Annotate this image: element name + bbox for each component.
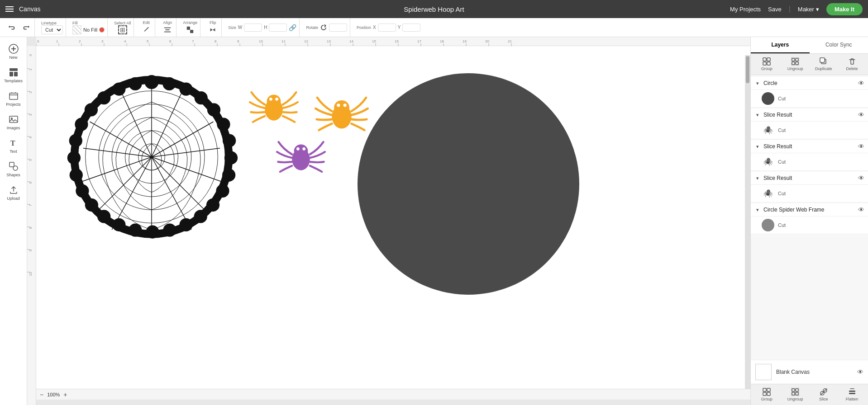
select-all-button[interactable]: ⊞ bbox=[118, 25, 127, 34]
vertical-scrollbar[interactable] bbox=[745, 55, 750, 391]
layer-item-slice1[interactable]: 🕷️ Cut bbox=[751, 122, 868, 139]
sidebar-item-projects[interactable]: Projects bbox=[2, 88, 25, 109]
visibility-icon-blank[interactable]: 👁 bbox=[857, 368, 863, 376]
expand-icon-slice1[interactable]: ▾ bbox=[754, 112, 761, 118]
svg-point-139 bbox=[294, 145, 308, 158]
fill-swatch[interactable] bbox=[72, 25, 81, 34]
y-input[interactable] bbox=[402, 24, 420, 32]
blank-canvas-row[interactable]: Blank Canvas 👁 bbox=[751, 360, 868, 384]
svg-point-140 bbox=[296, 147, 300, 151]
layer-item-circle[interactable]: Cut bbox=[751, 90, 868, 108]
text-icon: T bbox=[8, 137, 19, 148]
tab-layers[interactable]: Layers bbox=[751, 37, 810, 53]
panel-bottom-actions: Group Ungroup Slice Flatten bbox=[751, 384, 868, 405]
svg-rect-148 bbox=[792, 62, 795, 65]
slice-button[interactable]: Slice bbox=[811, 386, 837, 403]
undo-button[interactable] bbox=[6, 23, 18, 33]
delete-button-top[interactable]: Delete bbox=[839, 56, 865, 73]
height-input[interactable] bbox=[269, 24, 287, 32]
width-input[interactable] bbox=[244, 24, 262, 32]
layer-name-slice2: Slice Result bbox=[763, 143, 855, 150]
sidebar-item-templates[interactable]: Templates bbox=[2, 64, 25, 86]
layer-name-slice1: Slice Result bbox=[763, 112, 855, 118]
svg-text:7: 7 bbox=[29, 204, 33, 206]
layer-name-circle: Circle bbox=[763, 80, 855, 86]
visibility-icon-slice1[interactable]: 👁 bbox=[858, 111, 864, 118]
redo-button[interactable] bbox=[20, 23, 32, 33]
large-circle[interactable] bbox=[358, 73, 579, 295]
zoom-in-button[interactable]: + bbox=[63, 391, 67, 398]
x-input[interactable] bbox=[378, 24, 396, 32]
tab-color-sync[interactable]: Color Sync bbox=[810, 37, 868, 53]
linetype-label: Linetype bbox=[41, 21, 63, 25]
visibility-icon-web-frame[interactable]: 👁 bbox=[858, 206, 864, 213]
expand-icon-web-frame[interactable]: ▾ bbox=[754, 207, 761, 213]
edit-button[interactable] bbox=[140, 25, 152, 35]
ungroup-button-top[interactable]: Ungroup bbox=[782, 56, 809, 73]
zoom-out-button[interactable]: − bbox=[40, 391, 43, 398]
svg-text:10: 10 bbox=[29, 272, 33, 276]
flip-button[interactable] bbox=[207, 25, 219, 35]
h-label: H bbox=[264, 25, 267, 30]
svg-text:15: 15 bbox=[372, 39, 376, 43]
svg-text:9: 9 bbox=[237, 39, 239, 43]
sidebar-item-images[interactable]: Images bbox=[2, 111, 25, 133]
layer-group-slice2-header[interactable]: ▾ Slice Result 👁 bbox=[751, 140, 868, 153]
stroke-color[interactable] bbox=[99, 27, 105, 33]
layer-item-web-frame[interactable]: Cut bbox=[751, 217, 868, 234]
v-scrollbar-thumb[interactable] bbox=[746, 56, 749, 83]
expand-icon-circle[interactable]: ▾ bbox=[754, 80, 761, 86]
flatten-button[interactable]: Flatten bbox=[839, 386, 865, 403]
svg-text:10: 10 bbox=[259, 39, 263, 43]
svg-text:1: 1 bbox=[56, 39, 58, 43]
align-button[interactable] bbox=[162, 25, 173, 35]
sidebar-item-upload[interactable]: Upload bbox=[2, 182, 25, 203]
sidebar-item-shapes[interactable]: Shapes bbox=[2, 158, 25, 180]
svg-rect-2 bbox=[164, 31, 171, 32]
svg-text:3: 3 bbox=[29, 113, 33, 116]
sidebar-item-new[interactable]: New bbox=[2, 41, 25, 62]
layer-item-slice2[interactable]: 🕷️ Cut bbox=[751, 153, 868, 171]
visibility-icon-circle[interactable]: 👁 bbox=[858, 80, 864, 87]
canvas-content[interactable] bbox=[36, 46, 750, 396]
svg-point-133 bbox=[275, 98, 278, 101]
make-it-button[interactable]: Make It bbox=[826, 3, 863, 15]
lock-aspect-button[interactable]: 🔗 bbox=[289, 24, 296, 31]
ruler-h-content: 0 1 2 3 4 5 6 7 bbox=[36, 37, 750, 46]
spider-web-art[interactable] bbox=[63, 73, 240, 250]
save-button[interactable]: Save bbox=[768, 6, 782, 13]
linetype-select[interactable]: Cut bbox=[41, 25, 63, 34]
visibility-icon-slice3[interactable]: 👁 bbox=[858, 174, 864, 182]
layer-item-slice3[interactable]: 🕷️ Cut bbox=[751, 185, 868, 202]
layer-group-web-frame-header[interactable]: ▾ Circle Spider Web Frame 👁 bbox=[751, 203, 868, 217]
duplicate-button-top[interactable]: Duplicate bbox=[811, 56, 837, 73]
svg-text:6: 6 bbox=[169, 39, 172, 43]
sidebar-item-text[interactable]: T Text bbox=[2, 135, 25, 156]
svg-line-114 bbox=[152, 157, 191, 230]
group-button-bottom[interactable]: Group bbox=[754, 386, 780, 403]
svg-rect-16 bbox=[10, 162, 14, 167]
purple-spider[interactable] bbox=[276, 132, 326, 182]
my-projects-button[interactable]: My Projects bbox=[730, 6, 761, 13]
layer-group-circle-header[interactable]: ▾ Circle 👁 bbox=[751, 77, 868, 90]
rotate-input[interactable] bbox=[329, 24, 347, 32]
canvas-area[interactable]: 0 1 2 3 4 5 6 7 bbox=[27, 37, 750, 405]
expand-icon-slice2[interactable]: ▾ bbox=[754, 143, 761, 150]
arrange-button[interactable] bbox=[184, 25, 196, 35]
expand-icon-slice3[interactable]: ▾ bbox=[754, 175, 761, 181]
menu-icon[interactable] bbox=[5, 6, 14, 12]
projects-icon bbox=[8, 90, 19, 101]
visibility-icon-slice2[interactable]: 👁 bbox=[858, 143, 864, 150]
ungroup-button-bottom[interactable]: Ungroup bbox=[782, 386, 809, 403]
svg-rect-4 bbox=[190, 30, 193, 33]
layer-group-slice3-header[interactable]: ▾ Slice Result 👁 bbox=[751, 172, 868, 185]
group-button-top[interactable]: Group bbox=[754, 56, 780, 73]
templates-icon bbox=[8, 67, 19, 78]
orange-spider-1[interactable] bbox=[249, 82, 299, 132]
layer-group-slice1-header[interactable]: ▾ Slice Result 👁 bbox=[751, 108, 868, 122]
main-layout: New Templates Projects Images T Text bbox=[0, 37, 868, 405]
svg-text:21: 21 bbox=[508, 39, 512, 43]
svg-text:19: 19 bbox=[463, 39, 467, 43]
maker-button[interactable]: Maker ▾ bbox=[798, 6, 819, 13]
svg-text:13: 13 bbox=[327, 39, 331, 43]
